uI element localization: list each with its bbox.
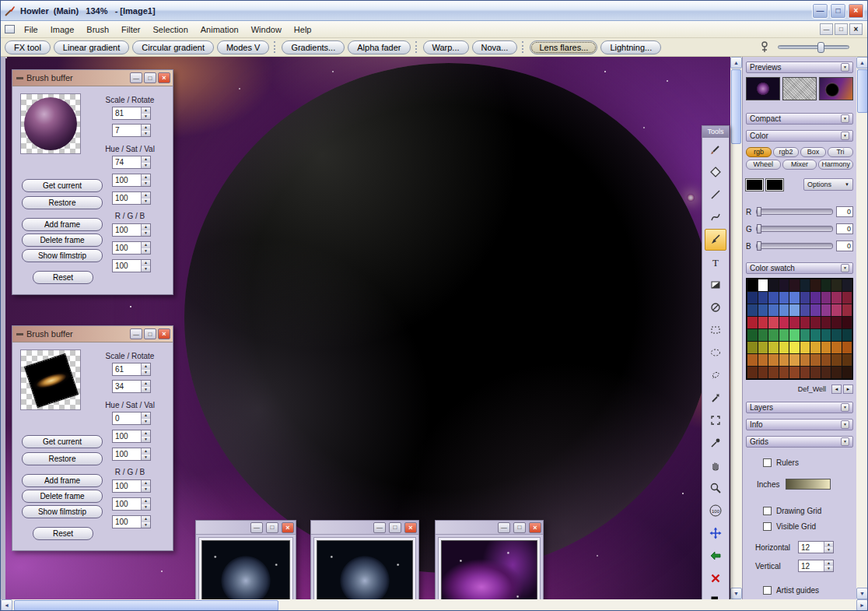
section-toggle-button[interactable]: ▼ [841, 132, 849, 140]
palette-color[interactable] [842, 279, 852, 291]
section-header-color[interactable]: Color▼ [746, 130, 853, 142]
undo-tool[interactable] [705, 545, 726, 567]
brush-buffer-titlebar[interactable]: Brush buffer — □ × [12, 70, 173, 86]
palette-color[interactable] [831, 279, 842, 291]
move-tool[interactable] [705, 522, 726, 544]
palette-color[interactable] [747, 279, 758, 291]
mdi-minimize-button[interactable]: — [820, 23, 833, 35]
section-toggle-button[interactable]: ▼ [841, 403, 849, 412]
palette-color[interactable] [779, 317, 789, 328]
palette-color[interactable] [789, 317, 800, 328]
scroll-right-button[interactable]: ► [856, 599, 868, 611]
palette-color[interactable] [758, 304, 768, 316]
palette-color[interactable] [842, 292, 852, 304]
eraser-tool[interactable] [705, 161, 726, 183]
menu-selection[interactable]: Selection [147, 23, 194, 37]
palette-color[interactable] [747, 329, 758, 341]
linear-gradient-button[interactable]: Linear gradient [54, 40, 129, 54]
show-filmstrip-button[interactable]: Show filmstrip [22, 249, 103, 262]
artist-guides-checkbox[interactable] [763, 586, 772, 595]
palette-color[interactable] [747, 367, 758, 378]
palette-color[interactable] [800, 342, 810, 353]
palette-color[interactable] [842, 329, 852, 341]
green-slider[interactable] [756, 226, 833, 232]
inches-gradient-field[interactable] [786, 479, 831, 490]
section-header-info[interactable]: Info▼ [746, 419, 853, 430]
scroll-left-button[interactable]: ◄ [1, 599, 12, 611]
rotate-spinner[interactable]: 7▲▼ [112, 124, 151, 137]
blue-slider[interactable] [756, 243, 833, 249]
show-filmstrip-button[interactable]: Show filmstrip [22, 505, 103, 518]
value-spinner[interactable]: 100▲▼ [112, 191, 151, 205]
palette-color[interactable] [779, 304, 789, 316]
eyedropper-tool[interactable] [705, 432, 726, 454]
minimize-button[interactable]: — [250, 522, 263, 533]
scroll-down-button[interactable]: ▼ [730, 588, 742, 599]
paintbrush-tool[interactable] [705, 139, 726, 160]
mini-titlebar[interactable]: — □ × [436, 521, 543, 535]
blue-value[interactable]: 0 [836, 241, 853, 251]
hue-spinner[interactable]: 0▲▼ [112, 412, 151, 425]
palette-color[interactable] [779, 292, 789, 304]
minimize-button[interactable]: — [498, 522, 510, 533]
maximize-button[interactable]: □ [144, 328, 156, 339]
minimize-button[interactable]: — [812, 3, 828, 19]
tab-rgb2[interactable]: rgb2 [773, 147, 799, 157]
vertical-spinner[interactable]: 12▲▼ [798, 560, 834, 572]
palette-color[interactable] [800, 304, 810, 316]
reset-button[interactable]: Reset [33, 271, 93, 284]
palette-color[interactable] [831, 367, 842, 378]
close-button[interactable]: × [529, 522, 541, 533]
palette-color[interactable] [831, 292, 842, 304]
palette-color[interactable] [810, 367, 821, 378]
palette-color[interactable] [768, 367, 779, 378]
slider-knob[interactable] [757, 241, 761, 251]
brush-preview[interactable] [20, 349, 81, 410]
mini-titlebar[interactable]: — □ × [311, 521, 418, 535]
scale-spinner[interactable]: 81▲▼ [112, 107, 151, 120]
add-frame-button[interactable]: Add frame [22, 474, 103, 487]
palette-color[interactable] [747, 317, 758, 328]
maximize-button[interactable]: □ [830, 3, 846, 19]
value-spinner[interactable]: 100▲▼ [112, 448, 151, 461]
menu-window[interactable]: Window [245, 23, 288, 37]
palette-color[interactable] [779, 367, 789, 378]
menu-animation[interactable]: Animation [194, 23, 245, 37]
palette-color[interactable] [800, 292, 810, 304]
menu-file[interactable]: File [18, 23, 44, 37]
close-button[interactable]: × [158, 72, 170, 83]
green-value[interactable]: 0 [836, 223, 853, 234]
palette-color[interactable] [831, 354, 842, 366]
fx-tool-button[interactable]: FX tool [5, 40, 51, 54]
palette-color[interactable] [800, 367, 810, 378]
palette-color[interactable] [800, 279, 810, 291]
pan-tool[interactable] [705, 455, 726, 476]
palette-color[interactable] [821, 367, 831, 378]
red-value[interactable]: 0 [836, 206, 853, 217]
palette-color[interactable] [810, 354, 821, 366]
palette-prev-button[interactable]: ◄ [831, 385, 842, 394]
horizontal-spinner[interactable]: 12▲▼ [798, 541, 834, 553]
maximize-button[interactable]: □ [389, 522, 401, 533]
mdi-close-button[interactable]: × [849, 23, 863, 35]
palette-color[interactable] [789, 342, 800, 353]
palette-color[interactable] [810, 317, 821, 328]
section-header-layers[interactable]: Layers▼ [746, 402, 853, 413]
mdi-restore-button[interactable]: □ [835, 23, 848, 35]
palette-next-button[interactable]: ► [843, 385, 853, 394]
palette-color[interactable] [779, 354, 789, 366]
lasso-select-tool[interactable] [705, 364, 726, 386]
ellipse-select-tool[interactable] [705, 342, 726, 363]
menu-filter[interactable]: Filter [115, 23, 146, 37]
palette-color[interactable] [779, 342, 789, 353]
scroll-thumb[interactable] [857, 69, 868, 113]
palette-color[interactable] [831, 342, 842, 353]
restore-button[interactable]: Restore [22, 452, 103, 465]
scroll-thumb[interactable] [14, 600, 278, 611]
tab-mixer[interactable]: Mixer [782, 160, 817, 170]
palette-color[interactable] [789, 279, 800, 291]
palette-color[interactable] [821, 342, 831, 353]
close-button[interactable]: × [404, 522, 417, 533]
menu-brush[interactable]: Brush [80, 23, 115, 37]
palette-color[interactable] [758, 292, 768, 304]
